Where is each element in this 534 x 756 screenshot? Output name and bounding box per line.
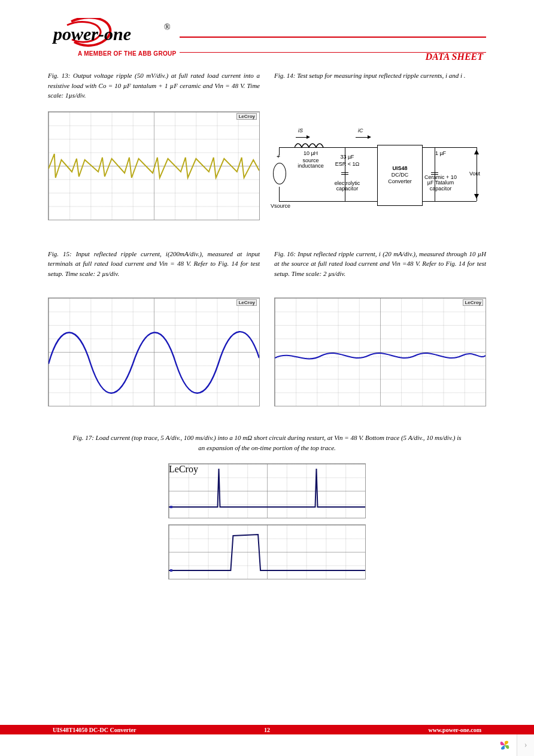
- footer-product: UIS48T14050 DC-DC Converter: [53, 727, 264, 733]
- page-header: power-one ® A MEMBER OF THE ABB GROUP DA…: [0, 0, 534, 53]
- inductor-label: source inductance: [292, 158, 329, 170]
- fig15-caption: Fig. 15: Input reflected ripple current,…: [48, 249, 260, 279]
- dut-type: DC/DC Converter: [379, 172, 421, 185]
- fig15-scope: LeCroy: [48, 297, 260, 406]
- page-content: Fig. 13: Output voltage ripple (50 mV/di…: [0, 53, 534, 579]
- fig17-wrap: LeCroy: [168, 463, 366, 579]
- flower-icon: [496, 737, 513, 754]
- footer-page-number: 12: [264, 727, 270, 733]
- power-one-logo: power-one ®: [50, 18, 176, 51]
- footer-bar: UIS48T14050 DC-DC Converter 12 www.power…: [0, 725, 534, 734]
- datasheet-page: power-one ® A MEMBER OF THE ABB GROUP DA…: [0, 0, 534, 756]
- cap2-label: Ceramic + 10 µF Tatalum capacitor: [424, 175, 457, 193]
- vout-label: Vout: [469, 171, 480, 177]
- fig16-scope: LeCroy: [274, 297, 486, 406]
- chevron-right-icon: ›: [524, 740, 527, 750]
- cap2-value: 1 µF: [426, 151, 455, 157]
- header-rule-top: [180, 37, 486, 38]
- footer-url: www.power-one.com: [270, 727, 481, 733]
- dut-block: UIS48 DC/DC Converter: [377, 145, 423, 206]
- caption-row-1: Fig. 13: Output voltage ripple (50 mV/di…: [48, 71, 486, 108]
- caption-row-2: Fig. 15: Input reflected ripple current,…: [48, 249, 486, 286]
- figure-row-2: LeCroy LeCroy: [48, 297, 486, 424]
- fig14-caption: Fig. 14: Test setup for measuring input …: [274, 71, 486, 81]
- fig13-scope: LeCroy: [48, 111, 260, 220]
- fig16-caption: Fig. 16: Input reflected ripple current,…: [274, 249, 486, 279]
- fig14-diagram: + Vsource iS 10 µH source inductance iC: [274, 111, 486, 225]
- document-type-label: DATA SHEET: [426, 51, 483, 62]
- fig17-caption: Fig. 17: Load current (top trace, 5 A/di…: [48, 433, 486, 453]
- fig17-scope-bottom: [168, 524, 366, 579]
- logo-text: power-one: [53, 24, 131, 44]
- vsource-label: Vsource: [271, 204, 290, 210]
- viewer-pager: ›: [496, 734, 534, 756]
- figure-row-1: LeCroy +: [48, 111, 486, 243]
- next-page-button[interactable]: ›: [517, 734, 534, 756]
- inductor-value: 10 µH: [296, 151, 326, 157]
- cap1-value: 33 µF: [333, 154, 362, 160]
- cap1-label: electrolytic capacitor: [328, 181, 366, 193]
- registered-mark: ®: [164, 23, 171, 32]
- ic-label: iC: [358, 128, 363, 134]
- fig13-caption: Fig. 13: Output voltage ripple (50 mV/di…: [48, 71, 260, 101]
- dut-name: UIS48: [379, 165, 421, 172]
- cap1-esr: ESR < 1Ω: [330, 162, 364, 168]
- is-label: iS: [298, 128, 303, 134]
- fig17-scope-top: LeCroy: [168, 463, 366, 518]
